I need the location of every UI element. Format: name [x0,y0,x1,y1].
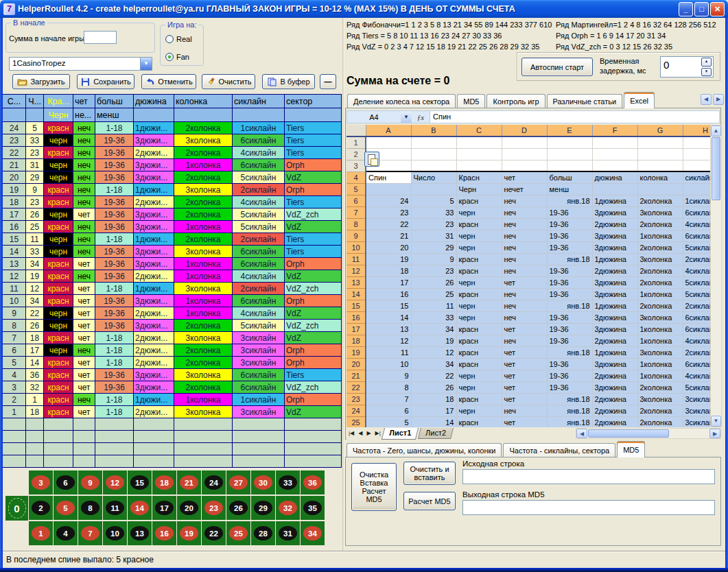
excel-cell[interactable]: красн [456,288,502,300]
tab-scroll-left-icon[interactable]: ◀ [701,94,712,105]
roulette-zero-cell[interactable]: 0 [5,496,28,521]
roulette-number-27[interactable]: 27 [229,475,248,490]
excel-cell[interactable] [683,160,710,171]
excel-cell[interactable]: 29 [411,241,456,253]
paste-options-icon[interactable] [364,152,379,167]
excel-cell[interactable]: красн [456,335,502,346]
row-header-12[interactable]: 12 [347,265,366,276]
excel-cell[interactable]: неч [502,195,547,206]
excel-cell[interactable]: 18 [411,393,456,405]
excel-cell[interactable]: 2колонка [637,218,683,230]
roulette-number-29[interactable]: 29 [254,501,272,515]
roulette-number-4[interactable]: 4 [56,526,75,540]
excel-cell[interactable]: 2колонка [637,405,683,416]
column-header-D[interactable]: D [502,125,547,136]
excel-cell[interactable] [366,183,411,195]
excel-cell[interactable]: 4сиклайн [683,335,710,346]
delay-spinner[interactable]: 0 ▲ ▼ [660,56,714,78]
roulette-number-13[interactable]: 13 [130,526,149,540]
excel-cell[interactable]: 11 [366,346,411,358]
excel-cell[interactable]: 19 [366,253,411,265]
md5-clear-paste-calc-button[interactable]: Очистка Вставка Расчет MD5 [351,463,397,511]
excel-cell[interactable]: больш [547,171,592,183]
excel-cell[interactable]: янв.18 [547,300,592,311]
excel-cell[interactable]: 6сиклайн [683,206,710,218]
roulette-cell[interactable]: 34 [301,521,325,545]
row-header-3[interactable]: 3 [347,160,366,171]
roulette-cell[interactable]: 27 [226,470,250,494]
excel-cell[interactable]: 5сиклайн [683,288,710,300]
excel-cell[interactable]: 6сиклайн [683,358,710,370]
excel-cell[interactable]: 2колонка [637,276,683,288]
cell-name-box[interactable]: A4 [347,113,401,121]
column-header-F[interactable]: F [592,125,637,136]
excel-cell[interactable]: 9 [411,253,456,265]
excel-cell[interactable]: неч [502,218,547,230]
row-header-21[interactable]: 21 [347,370,366,381]
roulette-number-28[interactable]: 28 [254,526,272,540]
excel-cell[interactable]: Число [411,171,456,183]
excel-cell[interactable]: 5сиклайн [683,241,710,253]
excel-cell[interactable]: 14 [411,416,456,427]
roulette-cell[interactable]: 13 [128,521,152,545]
roulette-number-1[interactable]: 1 [32,526,50,540]
excel-cell[interactable]: черн [456,230,502,241]
roulette-number-2[interactable]: 2 [32,501,50,515]
roulette-cell[interactable]: 29 [251,496,275,520]
в буфер-button[interactable]: В буфер [262,74,315,89]
excel-cell[interactable]: 4сиклайн [683,265,710,276]
excel-cell[interactable]: чет [502,416,547,427]
formula-value[interactable]: Спин [430,111,719,123]
excel-cell[interactable]: 2дюжина [592,370,637,381]
close-button[interactable]: ✕ [710,2,725,16]
radio-fan-icon[interactable] [165,53,174,61]
excel-cell[interactable]: 21 [366,230,411,241]
roulette-number-21[interactable]: 21 [180,475,198,490]
roulette-number-5[interactable]: 5 [56,501,75,515]
spinner-up-icon[interactable]: ▲ [701,58,712,67]
spreadsheet-corner[interactable] [347,125,366,136]
excel-cell[interactable]: 1колонка [637,230,683,241]
excel-cell[interactable]: черн [456,206,502,218]
excel-cell[interactable]: сиклайн [683,171,710,183]
roulette-cell[interactable]: 31 [276,521,300,545]
roulette-cell[interactable]: 8 [78,496,102,520]
row-header-2[interactable]: 2 [347,148,366,160]
roulette-number-3[interactable]: 3 [32,475,50,490]
sheet-next-icon[interactable]: ▶ [364,428,373,439]
scroll-up-icon[interactable]: ▲ [711,126,721,136]
excel-cell[interactable] [547,160,592,171]
excel-cell[interactable]: чет [502,370,547,381]
row-header-15[interactable]: 15 [347,300,366,311]
excel-cell[interactable] [592,136,637,148]
roulette-cell[interactable]: 23 [202,496,226,520]
row-header-13[interactable]: 13 [347,276,366,288]
excel-cell[interactable] [683,136,710,148]
tab-4[interactable]: Excel [624,92,655,108]
excel-cell[interactable]: неч [502,241,547,253]
roulette-cell[interactable]: 7 [78,521,102,545]
excel-cell[interactable]: 2колонка [637,381,683,393]
tab-1[interactable]: MD5 [457,94,485,108]
excel-cell[interactable]: 19-36 [547,265,592,276]
roulette-cell[interactable]: 30 [251,470,275,494]
row-header-9[interactable]: 9 [347,230,366,241]
excel-cell[interactable] [592,148,637,160]
roulette-number-36[interactable]: 36 [303,475,322,490]
excel-cell[interactable]: 3дюжина [592,206,637,218]
excel-cell[interactable]: 9 [366,370,411,381]
excel-cell[interactable]: неч [502,206,547,218]
radio-option-real[interactable]: Real [165,35,192,43]
excel-cell[interactable]: 1колонка [637,288,683,300]
excel-cell[interactable]: 17 [366,276,411,288]
roulette-cell[interactable]: 11 [103,496,127,520]
excel-cell[interactable] [637,148,683,160]
excel-cell[interactable]: янв.18 [547,253,592,265]
excel-cell[interactable]: красн [456,253,502,265]
excel-cell[interactable]: янв.18 [547,346,592,358]
roulette-cell[interactable]: 35 [301,496,325,520]
excel-cell[interactable]: 6сиклайн [683,323,710,335]
tab-2[interactable]: Контроль игр [486,94,545,108]
casino-select[interactable]: 1CasinoTropez ▼ [9,57,152,71]
excel-cell[interactable]: неч [502,405,547,416]
